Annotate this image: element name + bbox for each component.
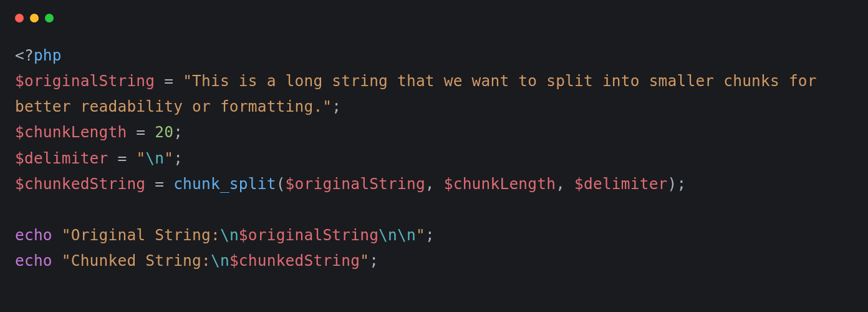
string-quote: " bbox=[62, 251, 71, 270]
paren-open: ( bbox=[276, 175, 286, 193]
number-literal: 20 bbox=[155, 123, 173, 141]
string-quote: " bbox=[164, 149, 173, 167]
semicolon: ; bbox=[677, 175, 687, 193]
php-keyword: php bbox=[34, 46, 62, 64]
assign-op: = bbox=[155, 72, 183, 90]
string-text: Chunked String: bbox=[71, 251, 211, 270]
comma: , bbox=[556, 175, 574, 193]
escape-seq: \n bbox=[211, 251, 229, 270]
echo-keyword: echo bbox=[15, 226, 52, 244]
semicolon: ; bbox=[173, 123, 183, 141]
semicolon: ; bbox=[425, 226, 435, 244]
minimize-icon[interactable] bbox=[30, 14, 39, 22]
close-icon[interactable] bbox=[15, 14, 24, 22]
assign-op: = bbox=[127, 123, 155, 141]
semicolon: ; bbox=[332, 97, 341, 115]
maximize-icon[interactable] bbox=[45, 14, 54, 22]
code-block: <?php $originalString = "This is a long … bbox=[15, 42, 853, 273]
string-quote: " bbox=[136, 149, 145, 167]
escape-seq: \n bbox=[220, 226, 239, 244]
code-window: <?php $originalString = "This is a long … bbox=[0, 0, 868, 312]
string-text: Original String: bbox=[71, 226, 220, 244]
escape-seq: \n\n bbox=[379, 226, 416, 244]
semicolon: ; bbox=[173, 149, 183, 167]
var-originalString: $originalString bbox=[15, 72, 155, 90]
string-quote: " bbox=[62, 226, 71, 244]
semicolon: ; bbox=[369, 251, 379, 270]
var-chunkedString: $chunkedString bbox=[15, 175, 145, 193]
comma: , bbox=[425, 175, 444, 193]
assign-op: = bbox=[145, 175, 173, 193]
arg-chunkLength: $chunkLength bbox=[444, 175, 556, 193]
php-open-tag: <? bbox=[15, 46, 34, 64]
string-quote: " bbox=[360, 251, 369, 270]
window-titlebar bbox=[15, 14, 853, 22]
interp-originalString: $originalString bbox=[239, 226, 379, 244]
interp-chunkedString: $chunkedString bbox=[229, 251, 360, 270]
assign-op: = bbox=[109, 149, 137, 167]
var-chunkLength: $chunkLength bbox=[15, 123, 127, 141]
func-chunk-split: chunk_split bbox=[173, 175, 276, 193]
paren-close: ) bbox=[668, 175, 677, 193]
arg-delimiter: $delimiter bbox=[574, 175, 668, 193]
echo-keyword: echo bbox=[15, 251, 52, 270]
escape-seq: \n bbox=[145, 149, 164, 167]
space bbox=[52, 226, 62, 244]
var-delimiter: $delimiter bbox=[15, 149, 109, 167]
arg-originalString: $originalString bbox=[286, 175, 425, 193]
string-quote: " bbox=[416, 226, 425, 244]
space bbox=[52, 251, 62, 270]
